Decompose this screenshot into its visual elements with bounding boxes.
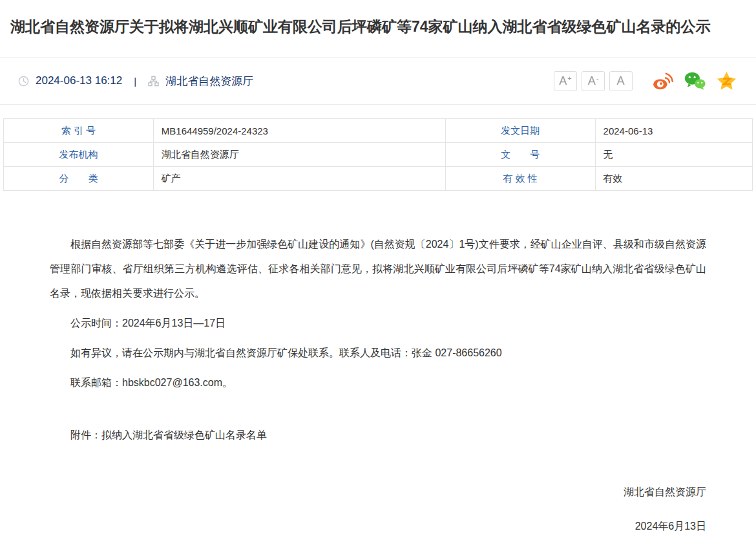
table-row: 索 引 号 MB1644959/2024-24323 发文日期 2024-06-… xyxy=(4,119,753,143)
article-body: 根据自然资源部等七部委《关于进一步加强绿色矿山建设的通知》(自然资规〔2024〕… xyxy=(0,232,756,443)
doc-number-label: 文 号 xyxy=(445,143,595,167)
article-footer: 湖北省自然资源厅 2024年6月13日 xyxy=(0,486,756,534)
source-link[interactable]: 湖北省自然资源厅 xyxy=(165,74,253,89)
page-title: 湖北省自然资源厅关于拟将湖北兴顺矿业有限公司后坪磷矿等74家矿山纳入湖北省省级绿… xyxy=(10,17,746,36)
doc-number-value: 无 xyxy=(595,143,752,167)
publisher-value: 湖北省自然资源厅 xyxy=(153,143,445,167)
qzone-share-icon[interactable] xyxy=(717,71,737,91)
paragraph-email: 联系邮箱：hbskbc027@163.com。 xyxy=(50,371,706,395)
validity-value: 有效 xyxy=(595,167,752,191)
index-number-label: 索 引 号 xyxy=(4,119,154,143)
meta-left-group: 2024-06-13 16:12 | 湖北省自然资源厅 xyxy=(18,74,253,89)
paragraph-contact: 如有异议，请在公示期内与湖北省自然资源厅矿保处联系。联系人及电话：张金 027-… xyxy=(50,341,706,365)
issue-date-label: 发文日期 xyxy=(445,119,595,143)
publish-time: 2024-06-13 16:12 xyxy=(36,74,122,87)
signature-org: 湖北省自然资源厅 xyxy=(50,486,706,499)
paragraph-main: 根据自然资源部等七部委《关于进一步加强绿色矿山建设的通知》(自然资规〔2024〕… xyxy=(50,232,706,306)
category-value: 矿产 xyxy=(153,167,445,191)
attachment-line: 附件：拟纳入湖北省省级绿色矿山名录名单 xyxy=(50,427,706,443)
table-row: 分 类 矿产 有 效 性 有效 xyxy=(4,167,753,191)
issue-date-value: 2024-06-13 xyxy=(595,119,752,143)
publisher-label: 发布机构 xyxy=(4,143,154,167)
document-info-table: 索 引 号 MB1644959/2024-24323 发文日期 2024-06-… xyxy=(3,118,753,191)
validity-label: 有 效 性 xyxy=(445,167,595,191)
font-reset-button[interactable]: A xyxy=(609,71,633,91)
category-label: 分 类 xyxy=(4,167,154,191)
meta-separator: | xyxy=(134,76,136,87)
index-number-value: MB1644959/2024-24323 xyxy=(153,119,445,143)
table-row: 发布机构 湖北省自然资源厅 文 号 无 xyxy=(4,143,753,167)
meta-right-group: A+ A- A xyxy=(549,71,737,91)
paragraph-publicity-period: 公示时间：2024年6月13日—17日 xyxy=(50,311,706,336)
meta-bar: 2024-06-13 16:12 | 湖北省自然资源厅 A+ A- A xyxy=(0,58,756,105)
clock-icon xyxy=(18,76,29,87)
font-increase-button[interactable]: A+ xyxy=(554,71,577,91)
source-org-icon xyxy=(148,76,159,87)
font-decrease-button[interactable]: A- xyxy=(582,71,605,91)
wechat-share-icon[interactable] xyxy=(684,72,706,90)
weibo-share-icon[interactable] xyxy=(652,71,673,91)
attachment-prefix: 附件： xyxy=(70,429,101,440)
attachment-link[interactable]: 拟纳入湖北省省级绿色矿山名录名单 xyxy=(101,429,267,440)
signature-date: 2024年6月13日 xyxy=(50,520,706,534)
